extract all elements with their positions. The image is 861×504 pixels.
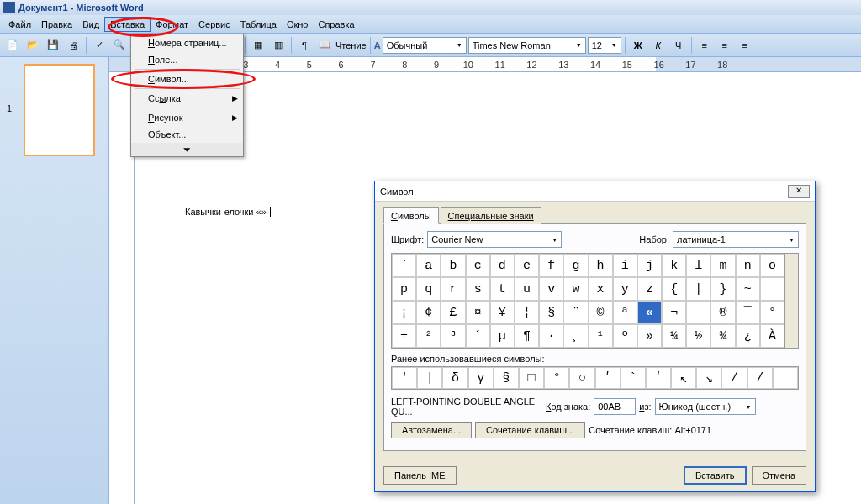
recent-cell[interactable]: γ — [468, 367, 494, 389]
char-cell[interactable]: g — [563, 254, 588, 277]
save-icon[interactable]: 💾 — [44, 36, 62, 55]
size-combo[interactable]: 12▼ — [588, 37, 621, 54]
char-cell[interactable]: x — [589, 277, 613, 301]
spell-icon[interactable]: ✓ — [90, 36, 108, 55]
research-icon[interactable]: 🔍 — [110, 36, 129, 55]
ime-button[interactable]: Панель IME — [383, 466, 457, 485]
char-cell[interactable]: ¶ — [515, 324, 539, 348]
char-cell[interactable]: { — [662, 277, 686, 301]
char-cell[interactable]: º — [613, 324, 637, 348]
char-cell[interactable]: t — [490, 277, 515, 301]
char-cell[interactable]: z — [637, 277, 662, 301]
char-cell[interactable]: f — [539, 254, 563, 277]
char-cell[interactable]: ¾ — [710, 324, 735, 348]
char-cell[interactable]: o — [760, 254, 784, 277]
recent-cell[interactable]: ↖ — [671, 367, 696, 389]
menu-edit[interactable]: Правка — [36, 18, 77, 31]
menu-view[interactable]: Вид — [77, 18, 104, 31]
char-cell[interactable]: a — [416, 254, 441, 277]
char-cell[interactable]: | — [686, 277, 710, 301]
char-cell[interactable]: b — [441, 254, 465, 277]
char-cell[interactable]: µ — [490, 324, 515, 348]
print-icon[interactable]: 🖨 — [64, 36, 82, 55]
open-icon[interactable]: 📂 — [24, 36, 42, 55]
char-cell[interactable]: w — [563, 277, 588, 301]
recent-cell[interactable]: ° — [544, 367, 569, 389]
char-cell[interactable]: ¤ — [466, 301, 490, 324]
cancel-button[interactable]: Отмена — [752, 466, 806, 485]
char-cell[interactable]: ° — [760, 301, 784, 324]
char-cell[interactable]: ² — [416, 324, 441, 348]
recent-cell[interactable]: □ — [519, 367, 544, 389]
menu-file[interactable]: Файл — [3, 18, 36, 31]
recent-cell[interactable]: ʹ — [595, 367, 621, 389]
menu-table[interactable]: Таблица — [235, 18, 282, 31]
char-cell[interactable]: h — [589, 254, 613, 277]
style-combo[interactable]: Обычный▼ — [383, 37, 467, 54]
bold-icon[interactable]: Ж — [629, 36, 647, 55]
insert-button[interactable]: Вставить — [684, 466, 747, 485]
char-cell[interactable]: « — [637, 301, 662, 324]
new-icon[interactable]: 📄 — [3, 36, 22, 55]
char-cell[interactable]: i — [613, 254, 637, 277]
char-cell[interactable]: y — [613, 277, 637, 301]
align-center-icon[interactable]: ≡ — [716, 36, 734, 55]
reading-icon[interactable]: 📖 — [315, 36, 334, 55]
font-select[interactable]: Courier New▼ — [427, 231, 562, 248]
table-icon[interactable]: ▦ — [249, 36, 267, 55]
char-cell[interactable]: © — [589, 301, 613, 324]
char-cell[interactable]: ­ — [686, 301, 710, 324]
char-cell[interactable]: ¼ — [662, 324, 686, 348]
char-cell[interactable]: ¹ — [589, 324, 613, 348]
recent-cell[interactable]: | — [417, 367, 442, 389]
char-cell[interactable]: e — [515, 254, 539, 277]
char-cell[interactable]: v — [539, 277, 563, 301]
set-select[interactable]: латиница-1▼ — [673, 231, 799, 248]
recent-cell[interactable]: ↘ — [696, 367, 721, 389]
char-cell[interactable]: p — [392, 277, 416, 301]
char-cell[interactable]: ® — [710, 301, 735, 324]
dialog-titlebar[interactable]: Символ ✕ — [375, 181, 815, 202]
align-right-icon[interactable]: ≡ — [736, 36, 754, 55]
menu-service[interactable]: Сервис — [193, 18, 235, 31]
char-cell[interactable]: j — [637, 254, 662, 277]
char-cell[interactable]: ¬ — [662, 301, 686, 324]
char-cell[interactable]: » — [637, 324, 662, 348]
recent-cell[interactable] — [773, 367, 798, 389]
char-cell[interactable]: ¦ — [515, 301, 539, 324]
char-cell[interactable]: § — [539, 301, 563, 324]
char-cell[interactable]: k — [662, 254, 686, 277]
close-icon[interactable]: ✕ — [788, 185, 810, 198]
char-cell[interactable]: c — [466, 254, 490, 277]
char-cell[interactable]: £ — [441, 301, 465, 324]
char-cell[interactable]: ¸ — [563, 324, 588, 348]
char-cell[interactable]: l — [686, 254, 710, 277]
recent-cell[interactable]: / — [747, 367, 773, 389]
char-cell[interactable]: n — [736, 254, 760, 277]
menu-format[interactable]: Формат — [151, 18, 193, 31]
char-cell[interactable]: ª — [613, 301, 637, 324]
char-cell[interactable]: u — [515, 277, 539, 301]
tab-special[interactable]: Специальные знаки — [441, 207, 541, 224]
dropdown-field[interactable]: Поле... — [131, 51, 243, 68]
autocorrect-button[interactable]: Автозамена... — [391, 422, 472, 438]
char-cell[interactable]: s — [466, 277, 490, 301]
menu-help[interactable]: Справка — [313, 18, 359, 31]
recent-cell[interactable]: ′ — [392, 367, 417, 389]
char-cell[interactable]: } — [710, 277, 735, 301]
columns-icon[interactable]: ▥ — [269, 36, 288, 55]
dropdown-object[interactable]: Объект... — [131, 126, 243, 143]
char-cell[interactable]: ¥ — [490, 301, 515, 324]
char-cell[interactable]: ± — [392, 324, 416, 348]
char-cell[interactable]: ¨ — [563, 301, 588, 324]
recent-cell[interactable]: § — [494, 367, 519, 389]
char-cell[interactable]: ½ — [686, 324, 710, 348]
italic-icon[interactable]: К — [649, 36, 668, 55]
tab-symbols[interactable]: Символы — [383, 207, 439, 224]
underline-icon[interactable]: Ч — [669, 36, 688, 55]
dropdown-symbol[interactable]: Символ... — [131, 71, 243, 87]
recent-cell[interactable]: δ — [442, 367, 467, 389]
char-cell[interactable]: q — [416, 277, 441, 301]
char-cell[interactable]: ~ — [736, 277, 760, 301]
dropdown-link[interactable]: Ссылка▶ — [131, 90, 243, 107]
